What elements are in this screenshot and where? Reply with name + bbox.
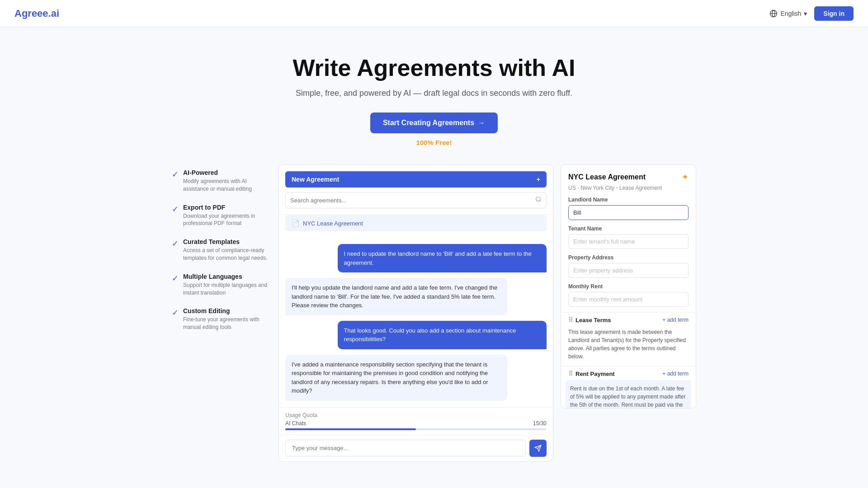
drag-handle-icon-2: ⠿	[568, 370, 573, 377]
chat-input[interactable]	[285, 440, 526, 456]
usage-count: 15/30	[533, 420, 547, 427]
send-button[interactable]	[529, 440, 547, 457]
check-circle-icon: ✓	[172, 169, 179, 193]
chat-message-user-1: I need to update the landlord name to 'B…	[338, 244, 547, 272]
drag-handle-icon: ⠿	[568, 316, 573, 324]
chat-area: I need to update the landlord name to 'B…	[279, 238, 553, 407]
language-selector[interactable]: English ▾	[769, 9, 807, 18]
globe-icon	[769, 9, 778, 18]
agreement-title: NYC Lease Agreement	[568, 173, 646, 181]
new-agreement-label: New Agreement	[292, 176, 339, 183]
cta-button[interactable]: Start Creating Agreements →	[370, 113, 498, 133]
center-panel: New Agreement + 📄 NYC Lease Agreement I …	[278, 164, 553, 462]
breadcrumb: US - New York City • Lease Agreement	[561, 185, 696, 197]
header: Agreee.ai English ▾ Sign in	[0, 0, 868, 27]
agreement-item-label: NYC Lease Agreement	[303, 220, 363, 227]
feature-custom-content: Custom Editing Fine-tune your agreements…	[183, 307, 271, 331]
feature-title: AI-Powered	[183, 169, 271, 176]
features-sidebar: ✓ AI-Powered Modify agreements with AI a…	[172, 164, 271, 342]
sign-in-button[interactable]: Sign in	[814, 6, 854, 21]
spark-icon: ✦	[682, 172, 689, 182]
chevron-down-icon: ▾	[804, 10, 807, 17]
svg-point-3	[536, 197, 540, 201]
tenant-name-section: Tenant Name	[561, 225, 696, 254]
feature-title-3: Curated Templates	[183, 238, 271, 245]
feature-languages: ✓ Multiple Languages Support for multipl…	[172, 273, 271, 297]
usage-quota-area: Usage Quota AI Chats 15/30	[279, 407, 553, 435]
rent-payment-label: Rent Payment	[576, 371, 615, 377]
check-circle-icon-3: ✓	[172, 239, 179, 262]
feature-ai-powered: ✓ AI-Powered Modify agreements with AI a…	[172, 169, 271, 193]
usage-row: AI Chats 15/30	[285, 420, 547, 427]
property-address-input[interactable]	[568, 263, 689, 278]
search-input[interactable]	[290, 197, 532, 204]
check-circle-icon-5: ✓	[172, 308, 179, 331]
header-right: English ▾ Sign in	[769, 6, 854, 21]
hero-title: Write Agreements with AI	[9, 54, 859, 81]
landlord-name-label: Landlord Name	[568, 197, 689, 203]
breadcrumb-type: Lease Agreement	[619, 185, 662, 191]
rent-payment-content: Rent is due on the 1st of each month. A …	[566, 380, 691, 408]
check-circle-icon-2: ✓	[172, 204, 179, 228]
chat-message-ai-1: I'll help you update the landlord name a…	[285, 278, 507, 315]
breadcrumb-dot: •	[616, 185, 619, 191]
search-box	[285, 192, 547, 208]
feature-desc-2: Download your agreements in professional…	[183, 212, 271, 228]
search-icon	[535, 196, 542, 204]
feature-title-4: Multiple Languages	[183, 273, 271, 280]
usage-progress-bar	[285, 428, 547, 430]
logo: Agreee.ai	[14, 8, 59, 19]
cta-arrow: →	[478, 119, 485, 127]
lease-terms-label: Lease Terms	[576, 317, 611, 324]
rent-payment-title: ⠿ Rent Payment	[568, 370, 615, 377]
feature-ai-powered-content: AI-Powered Modify agreements with AI ass…	[183, 169, 271, 193]
panel-top: New Agreement +	[279, 165, 553, 215]
feature-templates-content: Curated Templates Access a set of compli…	[183, 238, 271, 262]
landlord-name-input[interactable]	[568, 205, 689, 220]
usage-quota-label: Usage Quota	[285, 412, 547, 418]
svg-line-4	[540, 201, 541, 202]
main-layout: ✓ AI-Powered Modify agreements with AI a…	[145, 164, 723, 462]
language-label: English	[780, 10, 801, 17]
feature-title-5: Custom Editing	[183, 307, 271, 314]
feature-templates: ✓ Curated Templates Access a set of comp…	[172, 238, 271, 262]
new-agreement-button[interactable]: New Agreement +	[285, 171, 547, 188]
lease-terms-content: This lease agreement is made between the…	[561, 326, 696, 366]
hero-section: Write Agreements with AI Simple, free, a…	[0, 27, 868, 164]
feature-custom-editing: ✓ Custom Editing Fine-tune your agreemen…	[172, 307, 271, 331]
landlord-name-section: Landlord Name	[561, 197, 696, 225]
monthly-rent-section: Monthly Rent	[561, 283, 696, 312]
feature-desc-5: Fine-tune your agreements with manual ed…	[183, 316, 271, 331]
right-panel: NYC Lease Agreement ✦ US - New York City…	[561, 164, 696, 408]
right-panel-header: NYC Lease Agreement ✦	[561, 165, 696, 185]
check-circle-icon-4: ✓	[172, 273, 179, 297]
lease-terms-header: ⠿ Lease Terms + add term	[561, 312, 696, 326]
feature-export-content: Export to PDF Download your agreements i…	[183, 204, 271, 228]
rent-payment-header: ⠿ Rent Payment + add term	[561, 366, 696, 380]
feature-desc-4: Support for multiple languages and insta…	[183, 282, 271, 297]
add-term-link-lease[interactable]: + add term	[662, 317, 689, 323]
cta-label: Start Creating Agreements	[383, 119, 474, 127]
tenant-name-label: Tenant Name	[568, 225, 689, 232]
feature-title-2: Export to PDF	[183, 204, 271, 211]
chat-input-row	[279, 435, 553, 461]
property-address-section: Property Address	[561, 254, 696, 283]
send-icon	[534, 445, 542, 452]
property-address-label: Property Address	[568, 254, 689, 261]
feature-export-pdf: ✓ Export to PDF Download your agreements…	[172, 204, 271, 228]
monthly-rent-input[interactable]	[568, 292, 689, 307]
agreement-list-item[interactable]: 📄 NYC Lease Agreement	[285, 215, 547, 231]
lease-terms-title: ⠿ Lease Terms	[568, 316, 611, 324]
tenant-name-input[interactable]	[568, 234, 689, 249]
hero-subtitle: Simple, free, and powered by AI — draft …	[9, 89, 859, 98]
plus-icon: +	[537, 176, 540, 183]
free-badge: 100% Free!	[9, 139, 859, 146]
feature-languages-content: Multiple Languages Support for multiple …	[183, 273, 271, 297]
breadcrumb-country: US	[568, 185, 576, 191]
chat-message-ai-2: I've added a maintenance responsibility …	[285, 355, 507, 401]
add-term-link-rent[interactable]: + add term	[662, 371, 689, 377]
breadcrumb-city: New York City	[580, 185, 614, 191]
chat-message-user-2: That looks good. Could you also add a se…	[338, 321, 547, 349]
ai-chats-label: AI Chats	[285, 420, 306, 427]
monthly-rent-label: Monthly Rent	[568, 283, 689, 290]
